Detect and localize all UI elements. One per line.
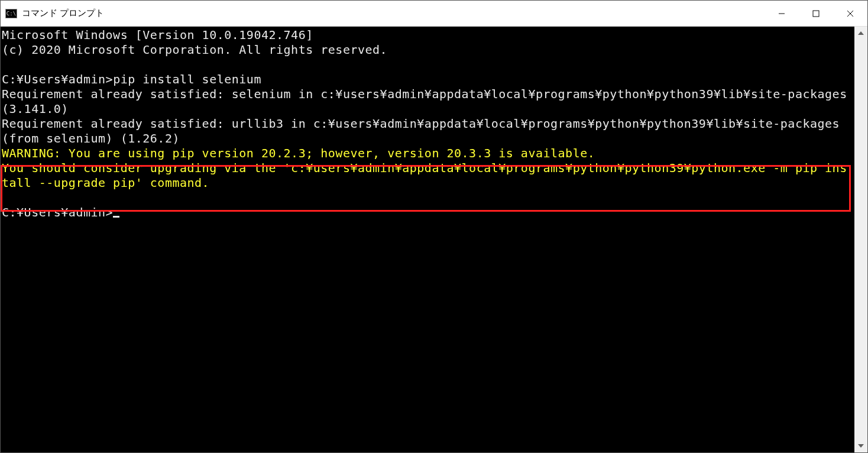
terminal-output[interactable]: Microsoft Windows [Version 10.0.19042.74… bbox=[1, 27, 854, 452]
svg-rect-1 bbox=[813, 11, 819, 17]
scroll-down-button[interactable] bbox=[854, 439, 867, 452]
requirement-line: Requirement already satisfied: urllib3 i… bbox=[2, 117, 847, 145]
client-area: Microsoft Windows [Version 10.0.19042.74… bbox=[1, 27, 867, 452]
scroll-up-button[interactable] bbox=[854, 27, 867, 40]
svg-marker-4 bbox=[858, 31, 864, 35]
svg-marker-5 bbox=[858, 444, 864, 448]
requirement-line: Requirement already satisfied: selenium … bbox=[2, 87, 854, 116]
prompt-path: C:¥Users¥admin> bbox=[2, 72, 113, 86]
prompt-path: C:¥Users¥admin> bbox=[2, 205, 113, 219]
minimize-button[interactable] bbox=[765, 1, 799, 26]
copyright-line: (c) 2020 Microsoft Corporation. All righ… bbox=[2, 43, 387, 57]
cursor bbox=[113, 216, 119, 218]
warning-line: You should consider upgrading via the 'c… bbox=[2, 161, 847, 190]
version-line: Microsoft Windows [Version 10.0.19042.74… bbox=[2, 28, 313, 42]
maximize-button[interactable] bbox=[799, 1, 833, 26]
scroll-track[interactable] bbox=[854, 40, 867, 439]
titlebar[interactable]: C:\ コマンド プロンプト bbox=[1, 1, 867, 27]
cmd-icon: C:\ bbox=[5, 9, 17, 18]
warning-line: WARNING: You are using pip version 20.2.… bbox=[2, 146, 595, 160]
window-controls bbox=[765, 1, 867, 26]
window-title: コマンド プロンプト bbox=[22, 8, 765, 19]
prompt-command: pip install selenium bbox=[113, 72, 261, 86]
command-prompt-window: C:\ コマンド プロンプト Microsoft Windows [Versio… bbox=[0, 0, 868, 453]
close-button[interactable] bbox=[833, 1, 867, 26]
vertical-scrollbar[interactable] bbox=[854, 27, 867, 452]
